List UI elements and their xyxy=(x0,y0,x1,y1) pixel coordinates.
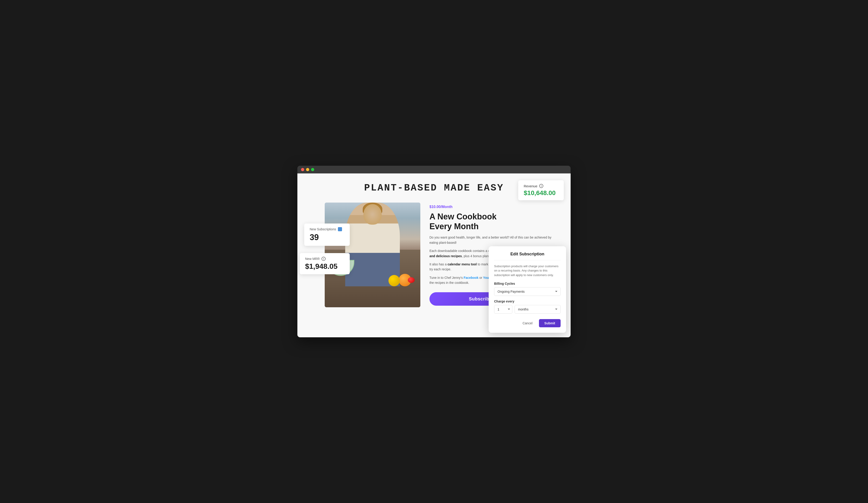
charge-every-group: Charge every 1 2 3 6 12 months weeks d xyxy=(494,300,561,314)
product-title-line1: A New Cookbook xyxy=(430,212,497,221)
new-subscriptions-count: 39 xyxy=(310,233,344,242)
new-subscriptions-widget: New Subscriptions 39 xyxy=(304,223,350,246)
browser-titlebar xyxy=(297,166,571,174)
modal-title: Edit Subscription xyxy=(494,252,561,260)
revenue-widget: Revenue i $10,648.00 xyxy=(518,180,564,200)
charge-every-row: 1 2 3 6 12 months weeks days years xyxy=(494,305,561,314)
product-title-line2: Every Month xyxy=(430,222,479,231)
revenue-label: Revenue i xyxy=(524,184,558,188)
mrr-info-icon[interactable]: i xyxy=(321,257,326,261)
page-content: PLANT-BASED MADE EASY Revenue i $10,648.… xyxy=(297,174,571,337)
mrr-value: $1,948.05 xyxy=(305,262,344,271)
product-desc-1: Do you want good health, longer life, an… xyxy=(430,235,557,245)
fruits-group xyxy=(382,268,416,286)
product-title: A New Cookbook Every Month xyxy=(430,212,557,231)
revenue-label-text: Revenue xyxy=(524,184,537,188)
mrr-label: New MRR i xyxy=(305,257,344,261)
billing-cycles-select[interactable]: Ongoing Payments Fixed Number of Payment… xyxy=(494,287,561,296)
traffic-light-green[interactable] xyxy=(311,168,314,171)
revenue-value: $10,648.00 xyxy=(524,189,558,197)
blue-square-icon xyxy=(338,227,342,231)
modal-box: Edit Subscription Subscription products … xyxy=(489,246,566,333)
calendar-tool-bold: calendar menu tool xyxy=(447,262,477,266)
billing-cycles-label: Billing Cycles xyxy=(494,282,561,285)
charge-every-label: Charge every xyxy=(494,300,561,303)
mrr-label-text: New MRR xyxy=(305,257,320,261)
cancel-button[interactable]: Cancel xyxy=(520,319,535,327)
new-mrr-widget: New MRR i $1,948.05 xyxy=(300,253,350,274)
browser-window: PLANT-BASED MADE EASY Revenue i $10,648.… xyxy=(297,166,571,337)
charge-number-select[interactable]: 1 2 3 6 12 xyxy=(494,305,512,314)
modal-actions: Cancel Submit xyxy=(494,319,561,327)
price-badge: $10.00/Month xyxy=(430,205,557,209)
modal-description: Subscription products will charge your c… xyxy=(494,264,561,277)
new-subscriptions-label-text: New Subscriptions xyxy=(310,227,336,231)
new-subscriptions-label: New Subscriptions xyxy=(310,227,344,231)
tomato xyxy=(408,277,415,283)
submit-button[interactable]: Submit xyxy=(539,319,561,327)
orange-fruit-2 xyxy=(389,275,400,286)
billing-cycles-group: Billing Cycles Ongoing Payments Fixed Nu… xyxy=(494,282,561,296)
person-head xyxy=(363,204,382,224)
traffic-light-red[interactable] xyxy=(301,168,304,171)
traffic-light-yellow[interactable] xyxy=(306,168,309,171)
facebook-link[interactable]: Facebook xyxy=(464,276,478,280)
revenue-info-icon[interactable]: i xyxy=(539,184,543,188)
charge-period-select[interactable]: months weeks days years xyxy=(515,305,561,314)
edit-subscription-modal: Edit Subscription Subscription products … xyxy=(489,246,566,333)
